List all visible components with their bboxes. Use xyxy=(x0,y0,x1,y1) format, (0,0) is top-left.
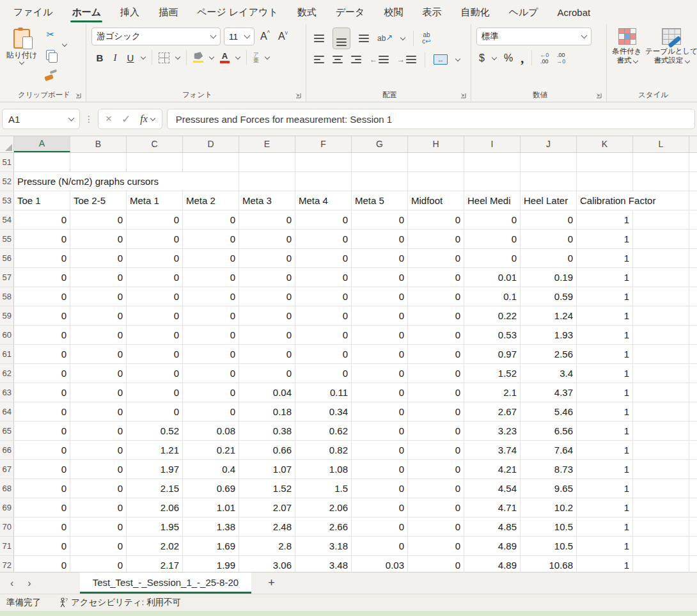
cell[interactable]: 0 xyxy=(521,249,577,268)
cell[interactable]: 0 xyxy=(521,230,577,249)
cell[interactable]: 1 xyxy=(577,287,633,306)
increase-decimal-icon[interactable]: ←0.00 xyxy=(540,52,549,65)
cell[interactable]: 0 xyxy=(408,422,464,441)
row-header-51[interactable]: 51 xyxy=(0,153,14,172)
dialog-launcher-icon[interactable] xyxy=(595,92,602,99)
name-box[interactable]: A1 xyxy=(2,109,80,129)
row-header-65[interactable]: 65 xyxy=(0,422,14,441)
row-header-69[interactable]: 69 xyxy=(0,498,14,517)
column-header-A[interactable]: A xyxy=(14,136,70,152)
cell[interactable]: 1.99 xyxy=(183,556,239,572)
cell[interactable]: 2.1 xyxy=(464,383,521,402)
row-header-70[interactable]: 70 xyxy=(0,517,14,537)
row-header-63[interactable]: 63 xyxy=(0,383,14,402)
cell[interactable]: 0 xyxy=(183,364,239,383)
cell[interactable]: 2.66 xyxy=(295,517,352,537)
cell[interactable]: 1 xyxy=(577,479,633,498)
align-top-icon[interactable] xyxy=(314,35,324,42)
cell[interactable] xyxy=(633,460,689,479)
cell[interactable]: 4.89 xyxy=(464,537,521,556)
cell[interactable]: 0 xyxy=(352,498,408,517)
cell[interactable]: 0 xyxy=(14,364,70,383)
cell[interactable]: 0 xyxy=(352,383,408,402)
cell[interactable]: 0 xyxy=(70,498,127,517)
cell[interactable]: 1 xyxy=(577,249,633,268)
cell[interactable]: 0 xyxy=(70,479,127,498)
row-header-64[interactable]: 64 xyxy=(0,402,14,422)
cell[interactable]: 0 xyxy=(127,402,183,422)
cell[interactable]: 1.08 xyxy=(295,460,352,479)
font-color-chevron-icon[interactable] xyxy=(235,54,240,59)
cell[interactable] xyxy=(633,364,689,383)
column-header-F[interactable]: F xyxy=(295,136,352,152)
cell-partial[interactable] xyxy=(689,402,697,422)
increase-indent-icon[interactable]: → xyxy=(397,55,416,64)
column-header-L[interactable]: L xyxy=(633,136,689,152)
cell[interactable]: 0 xyxy=(408,306,464,326)
cell[interactable]: 2.07 xyxy=(239,498,295,517)
cell[interactable]: 0 xyxy=(408,479,464,498)
cell[interactable]: 0 xyxy=(352,402,408,422)
row-header-52[interactable]: 52 xyxy=(0,172,14,191)
cell[interactable]: 0 xyxy=(127,383,183,402)
ribbon-tab[interactable]: 表示 xyxy=(412,0,451,24)
cell[interactable]: 0 xyxy=(352,517,408,537)
cell[interactable]: 1 xyxy=(577,441,633,460)
cell[interactable]: 0 xyxy=(295,345,352,364)
cell[interactable] xyxy=(127,172,183,191)
cell[interactable] xyxy=(295,153,352,172)
currency-format-icon[interactable]: $ xyxy=(479,52,485,64)
row-header-67[interactable]: 67 xyxy=(0,460,14,479)
cell[interactable]: 0 xyxy=(14,287,70,306)
row-header-55[interactable]: 55 xyxy=(0,230,14,249)
decrease-indent-icon[interactable]: ← xyxy=(370,55,389,64)
cell[interactable]: 1 xyxy=(577,498,633,517)
cell[interactable] xyxy=(633,498,689,517)
cell-partial[interactable] xyxy=(689,230,697,249)
cell[interactable]: 0.82 xyxy=(295,441,352,460)
cell[interactable]: 1 xyxy=(577,460,633,479)
cell[interactable] xyxy=(239,153,295,172)
cell[interactable] xyxy=(521,172,577,191)
row-header-60[interactable]: 60 xyxy=(0,326,14,345)
row-header-59[interactable]: 59 xyxy=(0,306,14,326)
cell[interactable]: 4.54 xyxy=(464,479,521,498)
cell[interactable] xyxy=(183,153,239,172)
cell[interactable]: 0.34 xyxy=(295,402,352,422)
column-header-D[interactable]: D xyxy=(183,136,239,152)
cell[interactable]: 0.38 xyxy=(239,422,295,441)
cell[interactable]: 0.53 xyxy=(464,326,521,345)
cell-partial[interactable] xyxy=(689,306,697,326)
cell[interactable]: 0 xyxy=(295,306,352,326)
italic-button[interactable]: I xyxy=(111,52,120,63)
phonetic-chevron-icon[interactable] xyxy=(264,54,269,59)
cell[interactable] xyxy=(352,153,408,172)
fill-color-chevron-icon[interactable] xyxy=(209,54,214,59)
cell[interactable]: 0 xyxy=(127,326,183,345)
ribbon-tab[interactable]: 描画 xyxy=(149,0,187,24)
cell[interactable]: 0 xyxy=(14,383,70,402)
cell[interactable]: Meta 1 xyxy=(127,191,183,210)
cell[interactable]: 0 xyxy=(352,537,408,556)
cell[interactable]: 0.03 xyxy=(352,556,408,572)
row-header-66[interactable]: 66 xyxy=(0,441,14,460)
cell[interactable]: 2.02 xyxy=(127,537,183,556)
cell[interactable]: 0 xyxy=(70,287,127,306)
cell[interactable]: 0 xyxy=(295,326,352,345)
name-box-resizer[interactable]: ⋮ xyxy=(84,114,93,124)
row-header-56[interactable]: 56 xyxy=(0,249,14,268)
cell[interactable]: 0 xyxy=(352,364,408,383)
cell[interactable]: 0 xyxy=(14,498,70,517)
cell[interactable]: 0 xyxy=(239,364,295,383)
cell[interactable]: 0 xyxy=(408,287,464,306)
cell[interactable]: 0 xyxy=(70,210,127,230)
cell[interactable]: 2.17 xyxy=(127,556,183,572)
underline-chevron-icon[interactable] xyxy=(141,54,146,59)
dialog-launcher-icon[interactable] xyxy=(75,92,82,99)
merge-chevron-icon[interactable] xyxy=(455,56,460,61)
cell[interactable] xyxy=(633,326,689,345)
cell[interactable]: 3.18 xyxy=(295,537,352,556)
cell[interactable]: 0 xyxy=(183,383,239,402)
cell[interactable]: 0 xyxy=(70,306,127,326)
cell[interactable]: 5.46 xyxy=(521,402,577,422)
